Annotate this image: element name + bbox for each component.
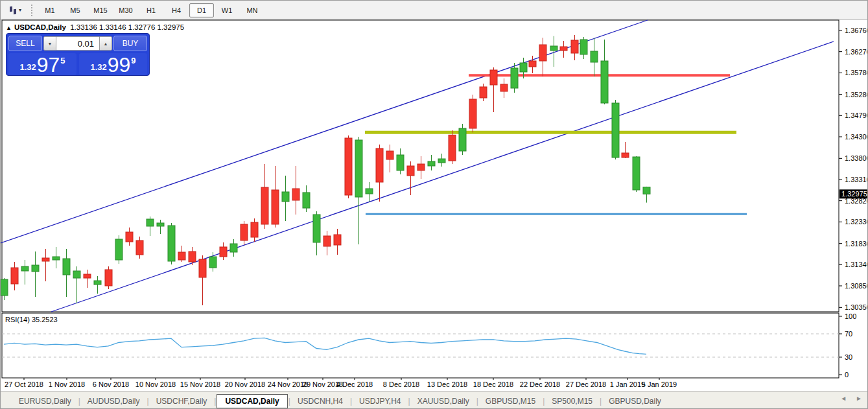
candle-body xyxy=(292,189,299,200)
candle-body xyxy=(251,222,258,237)
sell-price-display[interactable]: 1.32 97 5 xyxy=(8,53,76,75)
candle-body xyxy=(32,265,39,272)
candle-body xyxy=(550,46,557,51)
candle-body xyxy=(126,232,133,242)
candle-body xyxy=(42,258,49,261)
candle-body xyxy=(115,239,123,260)
candle-body xyxy=(1,279,8,296)
buy-price-big-digits: 99 xyxy=(108,55,131,75)
candle-body xyxy=(560,47,567,51)
price-axis-label: 1.34300 xyxy=(845,133,868,141)
candle-body xyxy=(386,151,393,159)
candle-body xyxy=(21,266,29,271)
rsi-indicator-label: RSI(14) 35.2523 xyxy=(5,316,58,323)
date-axis-label: 20 Nov 2018 xyxy=(225,380,265,388)
panel-collapse-icon[interactable]: ▲ xyxy=(6,25,12,31)
price-axis-label: 1.35780 xyxy=(845,69,868,76)
candle-body xyxy=(261,187,268,224)
candle-body xyxy=(84,274,91,278)
candle-body xyxy=(480,87,487,98)
candle-body xyxy=(136,240,143,255)
candle-body xyxy=(490,70,497,85)
volume-decrease-button[interactable]: ▼ xyxy=(43,36,56,51)
rsi-axis-label: 0 xyxy=(845,371,849,379)
volume-increase-button[interactable]: ▲ xyxy=(99,36,112,51)
date-axis-label: 27 Dec 2018 xyxy=(566,380,606,388)
candle-body xyxy=(438,159,445,163)
candle-body xyxy=(199,259,206,277)
buy-price-display[interactable]: 1.32 99 9 xyxy=(79,53,147,75)
date-axis-label: 6 Nov 2018 xyxy=(93,380,129,388)
rsi-axis-label: 70 xyxy=(845,330,852,338)
rsi-axis-label: 30 xyxy=(845,353,852,361)
candle-body xyxy=(272,190,279,224)
price-axis-label: 1.36760 xyxy=(845,27,868,34)
date-axis-label: 4 Dec 2018 xyxy=(336,380,373,388)
date-axis-label: 1 Nov 2018 xyxy=(49,380,85,388)
price-axis-label: 1.33310 xyxy=(845,176,868,183)
candle-body xyxy=(345,138,352,195)
date-axis-label: 22 Dec 2018 xyxy=(520,380,560,388)
date-axis-label: 27 Oct 2018 xyxy=(5,380,43,388)
candle-body xyxy=(94,281,101,285)
candle-body xyxy=(105,270,112,286)
date-axis-label: 8 Dec 2018 xyxy=(383,380,419,388)
candle-body xyxy=(230,244,237,252)
price-axis-label: 1.33800 xyxy=(845,154,868,162)
candle-body xyxy=(53,257,60,260)
volume-input[interactable]: 0.01 xyxy=(56,36,99,51)
buy-price-pip-digit: 9 xyxy=(131,56,135,65)
buy-button[interactable]: BUY xyxy=(113,36,147,51)
candle-body xyxy=(500,84,508,91)
candle-body xyxy=(428,161,435,166)
sell-price-prefix: 1.32 xyxy=(19,62,36,72)
candle-body xyxy=(157,223,164,226)
buy-price-prefix: 1.32 xyxy=(90,62,106,72)
mt4-window: ▾ M1M5M15M30H1H4D1W1MN 1.367601.362701.3… xyxy=(0,0,868,409)
candle-body xyxy=(459,128,466,151)
candle-body xyxy=(520,63,527,72)
candle-body xyxy=(417,164,425,170)
sell-price-pip-digit: 5 xyxy=(60,56,65,65)
date-axis-label: 1 Jan 2019 xyxy=(610,380,645,388)
one-click-trade-panel: SELL ▼ 0.01 ▲ BUY 1.32 97 5 1.32 99 9 xyxy=(6,33,150,76)
candle-body xyxy=(612,103,619,158)
candle-body xyxy=(580,40,587,54)
candle-body xyxy=(571,40,578,53)
price-axis-label: 1.31830 xyxy=(845,240,868,248)
sell-price-big-digits: 97 xyxy=(37,55,60,75)
price-axis-label: 1.34790 xyxy=(845,111,868,119)
rsi-plot-border xyxy=(2,313,839,378)
price-axis-label: 1.32330 xyxy=(845,218,868,226)
candle-body xyxy=(63,259,70,275)
candle-body xyxy=(303,193,310,208)
candle-body xyxy=(511,68,518,88)
date-axis-label: 10 Nov 2018 xyxy=(135,380,176,388)
volume-stepper: ▼ 0.01 ▲ xyxy=(43,36,112,51)
candle-body xyxy=(334,235,341,245)
candle-body xyxy=(73,271,80,278)
price-axis-label: 1.36270 xyxy=(845,48,868,56)
candle-body xyxy=(189,251,196,262)
chart-symbol-label: USDCAD,Daily xyxy=(14,23,66,31)
candle-body xyxy=(601,61,608,103)
candle-body xyxy=(591,51,598,62)
candle-body xyxy=(366,189,373,194)
bid-price-tag-label: 1.32975 xyxy=(841,190,867,198)
candle-body xyxy=(209,257,217,268)
candle-body xyxy=(633,157,640,190)
candle-body xyxy=(168,226,175,261)
sell-button[interactable]: SELL xyxy=(8,36,42,51)
date-axis-label: 13 Dec 2018 xyxy=(427,380,467,388)
price-axis-label: 1.30850 xyxy=(845,282,868,290)
candle-body xyxy=(282,192,289,202)
candle-body xyxy=(622,153,629,158)
date-axis-label: 15 Nov 2018 xyxy=(180,380,220,388)
rsi-axis-label: 100 xyxy=(845,312,856,320)
candle-body xyxy=(643,187,650,194)
candle-body xyxy=(11,268,18,284)
candle-body xyxy=(220,247,227,257)
date-axis-label: 5 Jan 2019 xyxy=(642,380,677,388)
candle-body xyxy=(178,252,185,260)
candle-body xyxy=(469,99,476,128)
